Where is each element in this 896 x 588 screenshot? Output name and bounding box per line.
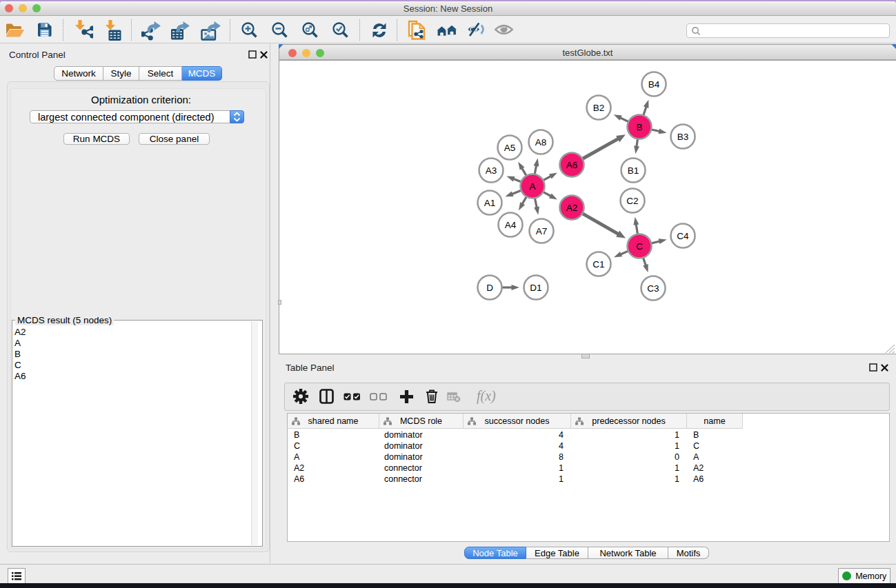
svg-text:A3: A3 xyxy=(486,165,497,176)
svg-text:C4: C4 xyxy=(677,231,689,241)
svg-text:D: D xyxy=(486,283,493,293)
svg-text:A6: A6 xyxy=(566,160,578,170)
svg-text:C2: C2 xyxy=(626,196,638,206)
svg-text:A7: A7 xyxy=(536,226,548,236)
svg-text:D1: D1 xyxy=(530,283,541,293)
svg-text:C3: C3 xyxy=(647,283,659,294)
svg-text:B1: B1 xyxy=(628,165,639,176)
svg-text:B: B xyxy=(636,122,642,132)
svg-text:A8: A8 xyxy=(535,137,547,148)
svg-text:A: A xyxy=(529,181,535,192)
svg-text:A5: A5 xyxy=(504,143,516,153)
svg-text:A1: A1 xyxy=(484,198,496,208)
svg-text:B4: B4 xyxy=(648,79,660,90)
svg-text:C1: C1 xyxy=(593,259,604,270)
svg-text:C: C xyxy=(636,241,643,252)
svg-text:B2: B2 xyxy=(593,103,605,113)
svg-text:A2: A2 xyxy=(566,203,578,213)
svg-text:B3: B3 xyxy=(677,132,689,142)
svg-text:A4: A4 xyxy=(505,220,517,230)
